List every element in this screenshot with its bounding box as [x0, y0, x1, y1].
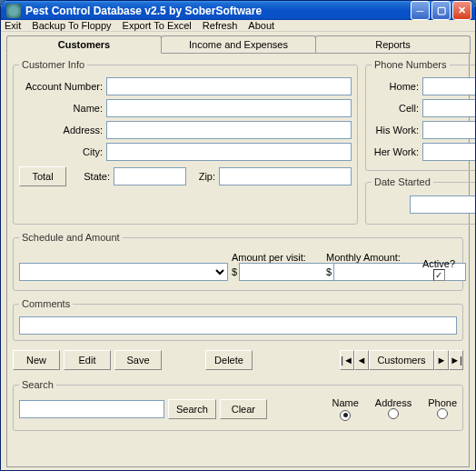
menu-exit[interactable]: Exit — [5, 20, 21, 31]
schedule-legend: Schedule and Amount — [19, 232, 123, 243]
hiswork-label: His Work: — [372, 125, 419, 135]
date-started-field[interactable] — [410, 195, 476, 214]
app-icon — [6, 4, 21, 18]
phone-legend: Phone Numbers — [372, 59, 450, 70]
menu-refresh[interactable]: Refresh — [203, 20, 238, 31]
tab-customers[interactable]: Customers — [6, 35, 162, 54]
search-phone-radio[interactable] — [437, 408, 448, 419]
nav-label: Customers — [369, 350, 434, 370]
active-checkbox[interactable]: ✓ — [433, 269, 445, 281]
date-started-legend: Date Started — [372, 176, 433, 187]
tab-strip: Customers Income and Expenses Reports — [6, 35, 470, 54]
search-name-label: Name — [332, 397, 358, 408]
monthly-label: Monthly Amount: — [326, 252, 417, 263]
zip-label: Zip: — [190, 171, 215, 182]
account-field[interactable] — [106, 77, 352, 95]
home-label: Home: — [372, 81, 419, 92]
comments-legend: Comments — [19, 298, 73, 309]
date-started-group: Date Started Cal — [365, 176, 476, 225]
amount-label: Amount per visit: — [232, 252, 322, 263]
content-area: Customers Income and Expenses Reports Cu… — [1, 32, 475, 471]
maximize-button[interactable]: ▢ — [431, 1, 451, 20]
active-label: Active? — [422, 258, 455, 269]
search-address-label: Address — [375, 397, 412, 408]
schedule-select[interactable] — [19, 263, 228, 281]
state-label: State: — [70, 171, 110, 182]
customer-info-legend: Customer Info — [19, 59, 87, 70]
edit-button[interactable]: Edit — [64, 350, 111, 370]
comments-group: Comments — [13, 298, 463, 341]
delete-button[interactable]: Delete — [205, 350, 253, 370]
total-button[interactable]: Total — [19, 166, 66, 186]
menubar: Exit Backup To Floppy Export To Excel Re… — [1, 20, 475, 32]
menu-backup[interactable]: Backup To Floppy — [32, 20, 111, 31]
phone-group: Phone Numbers Home: Cell: His Work: Her … — [365, 59, 476, 171]
home-field[interactable] — [422, 77, 476, 95]
clear-button[interactable]: Clear — [220, 399, 267, 419]
herwork-label: Her Work: — [372, 146, 419, 157]
tab-reports[interactable]: Reports — [315, 35, 471, 54]
titlebar: Pest Control Database v2.5 by SoberSoftw… — [1, 1, 475, 20]
state-field[interactable] — [114, 167, 186, 185]
cell-field[interactable] — [422, 99, 476, 117]
hiswork-field[interactable] — [422, 121, 476, 139]
window-title: Pest Control Database v2.5 by SoberSoftw… — [25, 5, 411, 17]
city-label: City: — [19, 146, 103, 157]
cell-label: Cell: — [372, 103, 419, 114]
tab-panel-customers: Customer Info Account Number: Name: Addr… — [6, 53, 470, 467]
nav-next-button[interactable]: ► — [434, 350, 449, 370]
close-button[interactable]: ✕ — [452, 1, 471, 20]
search-address-radio[interactable] — [388, 408, 399, 419]
tab-income[interactable]: Income and Expenses — [161, 35, 316, 54]
search-legend: Search — [19, 379, 56, 390]
search-group: Search Search Clear Name Address — [13, 379, 463, 431]
address-label: Address: — [19, 125, 103, 135]
city-field[interactable] — [106, 143, 352, 161]
record-navigator: |◄ ◄ Customers ► ►| — [340, 350, 463, 370]
comments-field[interactable] — [19, 316, 457, 335]
customer-info-group: Customer Info Account Number: Name: Addr… — [13, 59, 358, 225]
nav-first-button[interactable]: |◄ — [340, 350, 354, 370]
search-input[interactable] — [19, 400, 164, 418]
minimize-button[interactable]: ─ — [411, 1, 430, 20]
search-name-radio[interactable] — [340, 410, 351, 421]
schedule-group: Schedule and Amount Amount per visit: $ — [13, 232, 463, 291]
new-button[interactable]: New — [13, 350, 60, 370]
name-field[interactable] — [106, 99, 352, 117]
herwork-field[interactable] — [422, 143, 476, 161]
zip-field[interactable] — [219, 167, 352, 185]
nav-last-button[interactable]: ►| — [449, 350, 463, 370]
nav-prev-button[interactable]: ◄ — [354, 350, 369, 370]
menu-about[interactable]: About — [248, 20, 274, 31]
address-field[interactable] — [106, 121, 352, 139]
account-label: Account Number: — [19, 81, 103, 92]
app-window: Pest Control Database v2.5 by SoberSoftw… — [0, 0, 476, 471]
dollar-sign-2: $ — [326, 266, 332, 277]
search-button[interactable]: Search — [168, 399, 216, 419]
search-phone-label: Phone — [428, 397, 457, 408]
menu-export[interactable]: Export To Excel — [123, 20, 192, 31]
name-label: Name: — [19, 103, 103, 114]
dollar-sign-1: $ — [232, 266, 237, 277]
save-button[interactable]: Save — [114, 350, 162, 370]
